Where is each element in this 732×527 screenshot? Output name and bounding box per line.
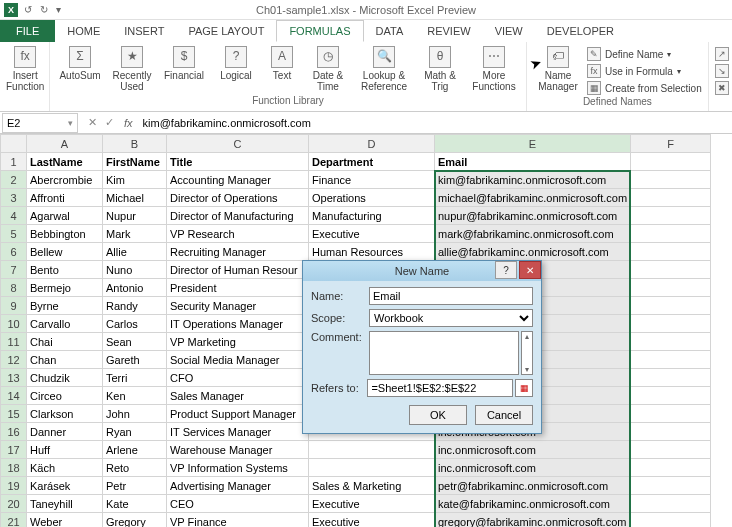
column-header-F[interactable]: F [631,135,711,153]
cell-D1[interactable]: Department [309,153,435,171]
remove-arrows-button[interactable]: ✖Remove Arrows▾ [715,80,732,96]
cell-F6[interactable] [631,243,711,261]
cell-E5[interactable]: mark@fabrikaminc.onmicrosoft.com [435,225,631,243]
ok-button[interactable]: OK [409,405,467,425]
cell-C16[interactable]: IT Services Manager [167,423,309,441]
dialog-help-button[interactable]: ? [495,261,517,279]
cell-F1[interactable] [631,153,711,171]
cell-C18[interactable]: VP Information Systems [167,459,309,477]
cell-A20[interactable]: Taneyhill [27,495,103,513]
cell-E20[interactable]: kate@fabrikaminc.onmicrosoft.com [435,495,631,513]
cell-F16[interactable] [631,423,711,441]
tab-file[interactable]: FILE [0,20,55,42]
cell-A3[interactable]: Affronti [27,189,103,207]
cell-F19[interactable] [631,477,711,495]
cell-F15[interactable] [631,405,711,423]
cell-F4[interactable] [631,207,711,225]
cell-E3[interactable]: michael@fabrikaminc.onmicrosoft.com [435,189,631,207]
cell-C7[interactable]: Director of Human Resour [167,261,309,279]
logical-button[interactable]: ?Logical [212,44,260,81]
cell-E17[interactable]: inc.onmicrosoft.com [435,441,631,459]
cell-F10[interactable] [631,315,711,333]
column-header-D[interactable]: D [309,135,435,153]
cell-A18[interactable]: Käch [27,459,103,477]
cell-B4[interactable]: Nupur [103,207,167,225]
cell-C1[interactable]: Title [167,153,309,171]
cell-A1[interactable]: LastName [27,153,103,171]
cell-F2[interactable] [631,171,711,189]
cell-E4[interactable]: nupur@fabrikaminc.onmicrosoft.com [435,207,631,225]
quick-access-toolbar[interactable]: ↺↻▾ [24,4,61,15]
row-header-8[interactable]: 8 [1,279,27,297]
cell-B7[interactable]: Nuno [103,261,167,279]
date-time-button[interactable]: ◷Date & Time [304,44,352,92]
row-header-13[interactable]: 13 [1,369,27,387]
cell-B20[interactable]: Kate [103,495,167,513]
column-header-E[interactable]: E [435,135,631,153]
range-selector-button[interactable]: ▦ [515,379,533,397]
cell-D19[interactable]: Sales & Marketing [309,477,435,495]
cell-B13[interactable]: Terri [103,369,167,387]
cell-A2[interactable]: Abercrombie [27,171,103,189]
cell-E2[interactable]: kim@fabrikaminc.onmicrosoft.com [435,171,631,189]
define-name-button[interactable]: ✎Define Name▾ [587,46,702,62]
row-header-4[interactable]: 4 [1,207,27,225]
row-header-5[interactable]: 5 [1,225,27,243]
cell-C3[interactable]: Director of Operations [167,189,309,207]
formula-bar-input[interactable] [139,117,732,129]
autosum-button[interactable]: ΣAutoSum [56,44,104,81]
cell-F3[interactable] [631,189,711,207]
cell-A5[interactable]: Bebbington [27,225,103,243]
cell-A8[interactable]: Bermejo [27,279,103,297]
row-header-14[interactable]: 14 [1,387,27,405]
cell-F14[interactable] [631,387,711,405]
row-header-16[interactable]: 16 [1,423,27,441]
row-header-11[interactable]: 11 [1,333,27,351]
cell-A12[interactable]: Chan [27,351,103,369]
cell-F8[interactable] [631,279,711,297]
cell-C17[interactable]: Warehouse Manager [167,441,309,459]
math-trig-button[interactable]: θMath & Trig [416,44,464,92]
cell-E21[interactable]: gregory@fabrikaminc.onmicrosoft.com [435,513,631,528]
cell-D4[interactable]: Manufacturing [309,207,435,225]
cell-B15[interactable]: John [103,405,167,423]
cell-D21[interactable]: Executive [309,513,435,528]
cell-A14[interactable]: Circeo [27,387,103,405]
lookup-button[interactable]: 🔍Lookup & Reference [356,44,412,92]
tab-home[interactable]: HOME [55,20,112,42]
cell-C20[interactable]: CEO [167,495,309,513]
cell-C15[interactable]: Product Support Manager [167,405,309,423]
more-functions-button[interactable]: ⋯More Functions [468,44,520,92]
cell-C21[interactable]: VP Finance [167,513,309,528]
cell-C4[interactable]: Director of Manufacturing [167,207,309,225]
tab-insert[interactable]: INSERT [112,20,176,42]
row-header-18[interactable]: 18 [1,459,27,477]
cell-E18[interactable]: inc.onmicrosoft.com [435,459,631,477]
cell-C2[interactable]: Accounting Manager [167,171,309,189]
cell-B18[interactable]: Reto [103,459,167,477]
cell-E6[interactable]: allie@fabrikaminc.onmicrosoft.com [435,243,631,261]
cell-D3[interactable]: Operations [309,189,435,207]
row-header-10[interactable]: 10 [1,315,27,333]
column-header-A[interactable]: A [27,135,103,153]
cell-F5[interactable] [631,225,711,243]
cell-D5[interactable]: Executive [309,225,435,243]
cell-B16[interactable]: Ryan [103,423,167,441]
cell-D18[interactable] [309,459,435,477]
cell-A15[interactable]: Clarkson [27,405,103,423]
cell-A11[interactable]: Chai [27,333,103,351]
cell-D2[interactable]: Finance [309,171,435,189]
tab-page-layout[interactable]: PAGE LAYOUT [176,20,276,42]
cell-B3[interactable]: Michael [103,189,167,207]
row-header-17[interactable]: 17 [1,441,27,459]
cell-E19[interactable]: petr@fabrikaminc.onmicrosoft.com [435,477,631,495]
cell-B2[interactable]: Kim [103,171,167,189]
cell-F13[interactable] [631,369,711,387]
cell-B9[interactable]: Randy [103,297,167,315]
cell-A17[interactable]: Huff [27,441,103,459]
cell-F18[interactable] [631,459,711,477]
cell-B11[interactable]: Sean [103,333,167,351]
cell-A7[interactable]: Bento [27,261,103,279]
cell-A6[interactable]: Bellew [27,243,103,261]
row-header-6[interactable]: 6 [1,243,27,261]
